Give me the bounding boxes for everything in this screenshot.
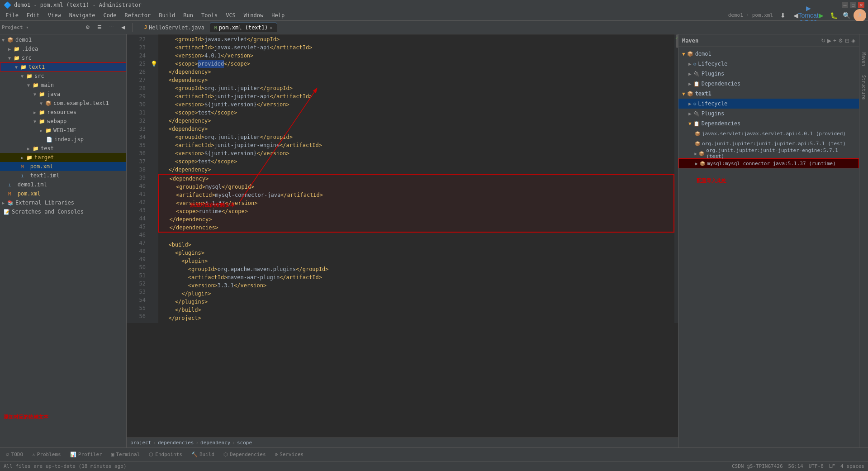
menu-window[interactable]: Window: [240, 11, 267, 19]
menu-help[interactable]: Help: [268, 11, 288, 19]
menu-code[interactable]: Code: [100, 11, 120, 19]
bc-dependency[interactable]: dependency: [200, 440, 230, 446]
title-bar: 🔷 demo1 - pom.xml (text1) - Administrato…: [0, 0, 868, 10]
tree-label: webapp: [47, 118, 66, 124]
maven-item-plugins-text1[interactable]: ▶ 🔌 Plugins: [678, 109, 859, 119]
encoding-indicator[interactable]: UTF-8: [809, 463, 824, 469]
maven-item-text1[interactable]: ▼ 📦 text1: [678, 89, 859, 99]
maven-diagram-button[interactable]: ◈: [851, 38, 855, 44]
menu-vcs[interactable]: VCS: [222, 11, 239, 19]
maven-item-deps-text1[interactable]: ▼ 📋 Dependencies: [678, 119, 859, 128]
endpoints-button[interactable]: ⬡ Endpoints: [146, 451, 185, 458]
tree-idea[interactable]: ▶ 📁 .idea: [0, 44, 126, 53]
project-sort-button[interactable]: ☰: [94, 22, 105, 33]
tree-label: pom.xml: [30, 163, 53, 170]
menu-view[interactable]: View: [44, 11, 65, 19]
run-config-button[interactable]: ▶ Tomcat 8.5.38: [803, 10, 814, 21]
project-settings-button[interactable]: ⚙: [82, 22, 93, 33]
tab-helloservlet[interactable]: J HelloServlet.java: [140, 23, 209, 32]
menu-tools[interactable]: Tools: [198, 11, 221, 19]
title-bar-controls[interactable]: ─ □ ✕: [842, 2, 864, 8]
maven-dep-mysql[interactable]: ▶ 📦 mysql:mysql-connector-java:5.1.37 (r…: [678, 158, 859, 168]
red-selection-box: <dependency> <groupId>mysql</groupId> <a…: [158, 174, 674, 233]
tree-target[interactable]: ▶ 📁 target: [0, 153, 126, 162]
indent-indicator[interactable]: 4 spaces: [840, 463, 864, 469]
menu-refactor[interactable]: Refactor: [121, 11, 154, 19]
problems-button[interactable]: ⚠ Problems: [29, 451, 64, 458]
maven-dep-junit-api[interactable]: 📦 org.junit.jupiter:junit-jupiter-api:5.…: [678, 138, 859, 148]
code-editor[interactable]: <groupId>javax.servlet</groupId> <artifa…: [158, 34, 674, 323]
maximize-button[interactable]: □: [850, 2, 856, 8]
side-strip-maven[interactable]: Maven: [861, 52, 866, 66]
tree-test[interactable]: ▶ 📁 test: [0, 144, 126, 153]
maven-collapse-all-button[interactable]: ⊟: [845, 38, 849, 44]
maven-add-button[interactable]: +: [833, 38, 836, 44]
tree-com-example[interactable]: ▼ 📦 com.example.text1: [0, 99, 126, 108]
tree-text1[interactable]: ▼ 📁 text1: [0, 62, 126, 71]
tree-demo1-iml[interactable]: i demo1.iml: [0, 180, 126, 189]
tree-resources[interactable]: ▶ 📁 resources: [0, 108, 126, 117]
maven-refresh-button[interactable]: ↻: [821, 38, 825, 44]
maven-item-plugins[interactable]: ▶ 🔌 Plugins: [678, 69, 859, 79]
project-collapse-button[interactable]: ◀: [118, 22, 128, 33]
user-avatar[interactable]: A: [854, 9, 866, 22]
maven-dep-junit-engine[interactable]: ▶ 📦 org.junit.jupiter:junit-jupiter-engi…: [678, 148, 859, 158]
maven-label: mysql:mysql-connector-java:5.1.37 (runti…: [707, 161, 836, 167]
marker: [149, 296, 158, 304]
maven-item-deps-demo1[interactable]: ▶ 📋 Dependencies: [678, 79, 859, 89]
marker: [149, 109, 158, 117]
tree-webapp[interactable]: ▼ 📁 webapp: [0, 117, 126, 126]
status-message-text: All files are up-to-date (18 minutes ago…: [4, 463, 127, 469]
line-col-indicator[interactable]: 56:14: [788, 463, 803, 469]
java-tab-icon: J: [144, 25, 147, 30]
dependencies-tab-button[interactable]: ⬡ Dependencies: [221, 451, 268, 458]
profiler-icon: 📊: [70, 452, 76, 457]
tree-webinf[interactable]: ▶ 📁 WEB-INF: [0, 126, 126, 135]
terminal-button[interactable]: ▣ Terminal: [109, 451, 143, 458]
tree-pom-xml[interactable]: M pom.xml: [0, 162, 126, 171]
tree-demo1[interactable]: ▼ 📦 demo1: [0, 35, 126, 44]
maven-dep-servlet[interactable]: 📦 javax.servlet:javax.servlet-api:4.0.1 …: [678, 128, 859, 138]
maven-run-button[interactable]: ▶: [827, 38, 831, 44]
dependencies-icon: ⬡: [223, 452, 228, 457]
marker: [149, 190, 158, 198]
menu-edit[interactable]: Edit: [23, 11, 43, 19]
services-button[interactable]: ⚙ Services: [272, 451, 307, 458]
maven-item-demo1[interactable]: ▼ 📦 demo1: [678, 49, 859, 59]
tab-pomxml[interactable]: M pom.xml (text1) ✕: [210, 23, 277, 32]
maven-settings-button[interactable]: ⚙: [838, 38, 843, 44]
maven-item-lifecycle-text1[interactable]: ▶ ⚙ Lifecycle: [678, 99, 859, 109]
side-strip-structure[interactable]: Structure: [861, 75, 866, 100]
maven-item-lifecycle[interactable]: ▶ ⚙ Lifecycle: [678, 59, 859, 69]
bc-scope[interactable]: scope: [237, 440, 252, 446]
profiler-button[interactable]: 📊 Profiler: [67, 451, 105, 458]
tree-text1-iml[interactable]: i text1.iml: [0, 171, 126, 180]
tree-pom-xml-root[interactable]: M pom.xml: [0, 189, 126, 198]
bc-dependencies[interactable]: dependencies: [158, 440, 194, 446]
tree-indexjsp[interactable]: 📄 index.jsp: [0, 135, 126, 144]
line-ending-indicator[interactable]: LF: [829, 463, 835, 469]
menu-build[interactable]: Build: [155, 11, 179, 19]
tree-src[interactable]: ▼ 📁 src: [0, 53, 126, 62]
close-button[interactable]: ✕: [858, 2, 864, 8]
run-button[interactable]: ▶: [816, 10, 826, 21]
todo-button[interactable]: ☑ TODO: [4, 451, 26, 458]
vcs-update-button[interactable]: ⬇: [778, 10, 788, 21]
project-more-button[interactable]: ⋯: [106, 22, 117, 33]
tree-label-scratches: Scratches and Consoles: [12, 209, 84, 215]
tree-external-libs[interactable]: ▶ 📚 External Libraries: [0, 198, 126, 207]
bc-project[interactable]: project: [130, 440, 151, 446]
debug-button[interactable]: 🐛: [828, 10, 839, 21]
editor-scrollbar[interactable]: ✓: [674, 34, 678, 323]
menu-run[interactable]: Run: [180, 11, 197, 19]
tree-java[interactable]: ▼ 📁 java: [0, 90, 126, 99]
menu-navigate[interactable]: Navigate: [66, 11, 99, 19]
minimize-button[interactable]: ─: [842, 2, 848, 8]
tree-src2[interactable]: ▼ 📁 src: [0, 71, 126, 81]
build-button[interactable]: 🔨 Build: [189, 451, 217, 458]
menu-file[interactable]: File: [2, 11, 22, 19]
tree-scratches[interactable]: 📝 Scratches and Consoles: [0, 207, 126, 216]
tree-main[interactable]: ▼ 📁 main: [0, 81, 126, 90]
search-everywhere-button[interactable]: 🔍: [841, 10, 852, 21]
tab-close-button[interactable]: ✕: [270, 25, 272, 30]
